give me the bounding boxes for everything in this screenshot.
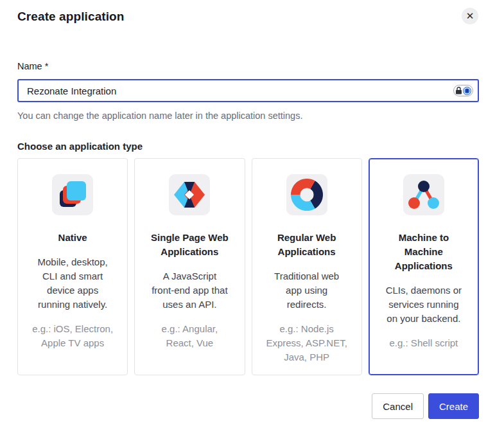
card-title: Regular Web Applications <box>260 231 354 259</box>
close-icon: ✕ <box>466 10 474 21</box>
card-example: e.g.: Shell script <box>377 336 471 350</box>
password-manager-widget[interactable] <box>453 85 473 96</box>
name-helper-text: You can change the application name late… <box>17 111 479 121</box>
lock-icon <box>455 87 462 94</box>
card-description: Mobile, desktop, CLI and smart device ap… <box>26 255 119 312</box>
spa-diamonds-icon <box>169 174 210 215</box>
card-example: e.g.: iOS, Electron, Apple TV apps <box>26 322 119 350</box>
card-machine-to-machine[interactable]: Machine to Machine Applications CLIs, da… <box>369 158 479 375</box>
native-stacked-squares-icon <box>52 174 93 215</box>
card-single-page-web[interactable]: Single Page Web Applications A JavaScrip… <box>134 158 245 375</box>
application-name-input[interactable] <box>17 79 479 102</box>
card-example: e.g.: Node.js Express, ASP.NET, Java, PH… <box>260 322 354 364</box>
required-marker: * <box>45 61 49 71</box>
application-type-heading: Choose an application type <box>17 141 479 152</box>
name-field-label: Name * <box>17 61 479 71</box>
application-type-cards: Native Mobile, desktop, CLI and smart de… <box>17 158 479 375</box>
card-native[interactable]: Native Mobile, desktop, CLI and smart de… <box>17 158 128 375</box>
card-regular-web[interactable]: Regular Web Applications Traditional web… <box>252 158 362 375</box>
dialog-footer: Cancel Create <box>17 393 479 419</box>
card-description: A JavaScript front-end app that uses an … <box>143 269 236 312</box>
cancel-button[interactable]: Cancel <box>372 393 424 419</box>
name-label-text: Name <box>17 61 42 71</box>
card-title: Single Page Web Applications <box>143 231 236 259</box>
card-description: Traditional web app using redirects. <box>260 269 354 312</box>
create-application-dialog: Create application ✕ Name * You can chan… <box>0 0 504 437</box>
page-title: Create application <box>17 10 479 24</box>
onepassword-circle-icon <box>463 87 471 95</box>
card-title: Native <box>26 231 119 245</box>
name-input-wrap <box>17 79 479 102</box>
m2m-icon-tile <box>403 174 444 215</box>
spa-icon-tile <box>169 174 210 215</box>
card-title: Machine to Machine Applications <box>377 231 471 273</box>
card-description: CLIs, daemons or services running on you… <box>377 283 471 326</box>
m2m-nodes-icon <box>403 174 444 215</box>
regular-web-icon-tile <box>286 174 327 215</box>
close-button[interactable]: ✕ <box>462 8 478 24</box>
regular-web-donut-icon <box>286 174 327 215</box>
card-example: e.g.: Angular, React, Vue <box>143 322 236 350</box>
native-icon-tile <box>52 174 93 215</box>
create-button[interactable]: Create <box>428 393 479 419</box>
